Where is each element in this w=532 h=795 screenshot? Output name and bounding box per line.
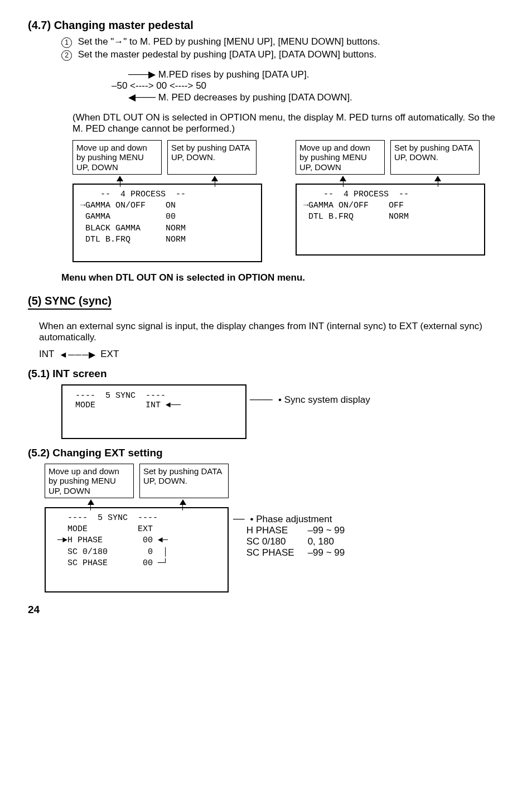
- step-1: 1 Set the "→" to M. PED by pushing [MENU…: [61, 36, 504, 48]
- phase-row-value: –99 ~ 99: [308, 547, 345, 558]
- phase-adjust-block: ── • Phase adjustment H PHASE–99 ~ 99 SC…: [233, 514, 345, 558]
- page-number: 24: [28, 604, 504, 616]
- process-menu-right: -- 4 PROCESS -- →GAMMA ON/OFF OFF DTL B.…: [296, 184, 485, 256]
- step-1-text: Set the "→" to M. PED by pushing [MENU U…: [78, 36, 380, 47]
- ext-sync-menu: ---- 5 SYNC ---- MODE EXT ─►H PHASE 00 ◄…: [45, 507, 229, 592]
- sync-int-label: INT: [39, 349, 54, 360]
- process-menu-caption: Menu when DTL OUT ON is selected in OPTI…: [61, 272, 504, 283]
- mped-dec-line: ◀─── M. PED decreases by pushing [DATA D…: [128, 91, 504, 103]
- mped-rise-line: ───▶ M.PED rises by pushing [DATA UP].: [128, 69, 504, 80]
- arrow-up-icon: [340, 176, 346, 181]
- connector-line-icon: ────: [250, 395, 278, 406]
- ext-setting-row: Move up and down by pushing MENU UP, DOW…: [45, 464, 504, 592]
- arrow-left-right-icon: ◄───▶: [59, 349, 96, 360]
- sync-int-ext: INT ◄───▶ EXT: [39, 349, 504, 360]
- process-menu-row: Move up and down by pushing MENU UP, DOW…: [72, 140, 504, 262]
- process-menu-left: -- 4 PROCESS -- →GAMMA ON/OFF ON GAMMA 0…: [72, 184, 262, 262]
- ext-setting-col: Move up and down by pushing MENU UP, DOW…: [45, 464, 229, 592]
- mped-range: –50 <----> 00 <----> 50: [112, 80, 504, 91]
- step-2: 2 Set the master pedestal by pushing [DA…: [61, 49, 504, 61]
- arrow-up-icon: [88, 499, 94, 505]
- hint-move-left: Move up and down by pushing MENU UP, DOW…: [72, 140, 162, 175]
- step-1-marker: 1: [61, 37, 72, 48]
- section-4-7-heading: (4.7) Changing master pedestal: [28, 19, 504, 32]
- phase-row-value: –99 ~ 99: [308, 525, 345, 536]
- hint-move-ext: Move up and down by pushing MENU UP, DOW…: [45, 464, 134, 498]
- step-2-marker: 2: [61, 50, 72, 61]
- section-5-heading: (5) SYNC (sync): [28, 295, 112, 310]
- sync-system-display-label: • Sync system display: [278, 394, 370, 405]
- mped-note: (When DTL OUT ON is selected in OPTION m…: [72, 112, 504, 134]
- hint-set-right: Set by pushing DATA UP, DOWN.: [390, 140, 480, 175]
- hint-set-left: Set by pushing DATA UP, DOWN.: [167, 140, 257, 175]
- phase-row-label: H PHASE: [246, 525, 308, 536]
- hint-set-ext: Set by pushing DATA UP, DOWN.: [139, 464, 229, 498]
- section-5-1-heading: (5.1) INT screen: [28, 368, 504, 380]
- mped-dec-text: M. PED decreases by pushing [DATA DOWN].: [158, 92, 352, 103]
- int-screen-side-label: ──── • Sync system display: [250, 394, 370, 406]
- int-screen-row: ---- 5 SYNC ---- MODE INT ◄── ──── • Syn…: [61, 384, 504, 439]
- arrow-up-icon: [211, 176, 218, 181]
- arrow-right-icon: ───▶: [128, 69, 158, 80]
- step-2-text: Set the master pedestal by pushing [DATA…: [78, 49, 376, 60]
- phase-row-label: SC 0/180: [246, 536, 308, 547]
- hint-move-right: Move up and down by pushing MENU UP, DOW…: [296, 140, 385, 175]
- phase-row-value: 0, 180: [308, 536, 334, 547]
- arrow-up-icon: [117, 176, 123, 181]
- arrow-up-icon: [180, 499, 186, 505]
- sync-ext-label: EXT: [100, 349, 119, 360]
- int-screen-menu: ---- 5 SYNC ---- MODE INT ◄──: [61, 384, 246, 439]
- section-5-2-heading: (5.2) Changing EXT setting: [28, 447, 504, 459]
- arrow-up-icon: [434, 176, 441, 181]
- arrow-left-icon: ◀───: [128, 92, 158, 103]
- mped-rise-text: M.PED rises by pushing [DATA UP].: [158, 69, 309, 80]
- connector-line-icon: ──: [233, 514, 250, 525]
- phase-row-label: SC PHASE: [246, 547, 308, 558]
- process-menu-left-col: Move up and down by pushing MENU UP, DOW…: [72, 140, 262, 262]
- process-menu-right-col: Move up and down by pushing MENU UP, DOW…: [296, 140, 485, 262]
- phase-adjust-title: • Phase adjustment: [250, 514, 332, 524]
- sync-intro: When an external sync signal is input, t…: [39, 321, 504, 343]
